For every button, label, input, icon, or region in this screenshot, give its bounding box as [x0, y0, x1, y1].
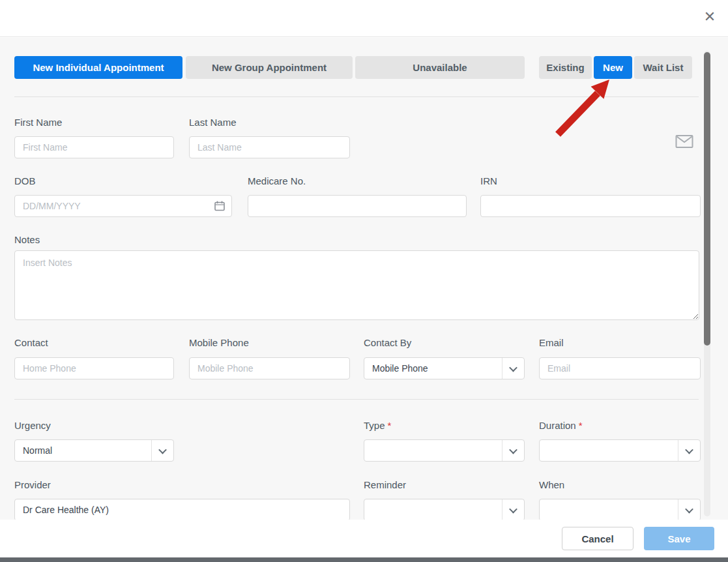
- divider-top: [14, 96, 699, 97]
- calendar-icon[interactable]: [214, 200, 226, 214]
- modal-body: New Individual Appointment New Group App…: [0, 38, 728, 520]
- when-select[interactable]: [539, 499, 701, 520]
- dob-input[interactable]: [14, 195, 232, 217]
- close-icon[interactable]: ✕: [702, 9, 718, 25]
- medicare-input[interactable]: [248, 195, 467, 217]
- chevron-down-icon: [678, 499, 700, 520]
- contact-label: Contact: [14, 336, 48, 349]
- type-label: Type*: [364, 419, 391, 432]
- email-label: Email: [539, 336, 564, 349]
- modal-header: ✕: [0, 0, 728, 37]
- chevron-down-icon: [502, 499, 524, 520]
- contact-by-select[interactable]: Mobile Phone: [364, 357, 525, 379]
- irn-input[interactable]: [480, 195, 701, 217]
- provider-label: Provider: [14, 479, 51, 492]
- tab-new-individual-appointment[interactable]: New Individual Appointment: [14, 56, 182, 79]
- divider-middle: [14, 399, 699, 400]
- irn-label: IRN: [480, 175, 497, 188]
- mobile-phone-label: Mobile Phone: [189, 336, 249, 349]
- tab-new[interactable]: New: [594, 56, 632, 79]
- type-select[interactable]: [364, 439, 525, 462]
- last-name-label: Last Name: [189, 116, 237, 129]
- reminder-label: Reminder: [364, 479, 406, 492]
- contact-by-value: Mobile Phone: [364, 363, 502, 374]
- tab-existing[interactable]: Existing: [539, 56, 592, 79]
- chevron-down-icon: [502, 440, 524, 461]
- envelope-icon[interactable]: [675, 134, 693, 152]
- urgency-label: Urgency: [14, 419, 51, 432]
- when-label: When: [539, 479, 564, 492]
- chevron-down-icon: [678, 440, 700, 461]
- urgency-value: Normal: [15, 445, 151, 456]
- duration-select[interactable]: [539, 439, 701, 462]
- tab-unavailable[interactable]: Unavailable: [355, 56, 525, 79]
- urgency-select[interactable]: Normal: [14, 439, 174, 462]
- dob-label: DOB: [14, 175, 36, 188]
- duration-label: Duration*: [539, 419, 583, 432]
- notes-textarea[interactable]: [14, 250, 699, 320]
- mobile-phone-input[interactable]: [189, 357, 350, 379]
- modal-footer: Cancel Save: [0, 520, 728, 557]
- required-asterisk: *: [388, 420, 392, 431]
- provider-input[interactable]: [14, 499, 350, 520]
- cancel-button[interactable]: Cancel: [562, 527, 633, 550]
- required-asterisk: *: [579, 420, 583, 431]
- chevron-down-icon: [151, 440, 173, 461]
- tab-wait-list[interactable]: Wait List: [634, 56, 692, 79]
- medicare-label: Medicare No.: [248, 175, 306, 188]
- new-appointment-modal: ✕ New Individual Appointment New Group A…: [0, 0, 728, 562]
- window-bottom-edge: [0, 557, 728, 562]
- first-name-input[interactable]: [14, 136, 174, 158]
- save-button[interactable]: Save: [644, 527, 714, 550]
- chevron-down-icon: [502, 358, 524, 379]
- email-input[interactable]: [539, 357, 701, 379]
- scrollbar-thumb[interactable]: [704, 52, 710, 346]
- scrollbar-track[interactable]: [704, 51, 710, 516]
- tab-new-group-appointment[interactable]: New Group Appointment: [186, 56, 353, 79]
- notes-label: Notes: [14, 233, 40, 246]
- contact-input[interactable]: [14, 357, 174, 379]
- reminder-select[interactable]: [364, 499, 525, 520]
- last-name-input[interactable]: [189, 136, 350, 158]
- first-name-label: First Name: [14, 116, 62, 129]
- contact-by-label: Contact By: [364, 336, 411, 349]
